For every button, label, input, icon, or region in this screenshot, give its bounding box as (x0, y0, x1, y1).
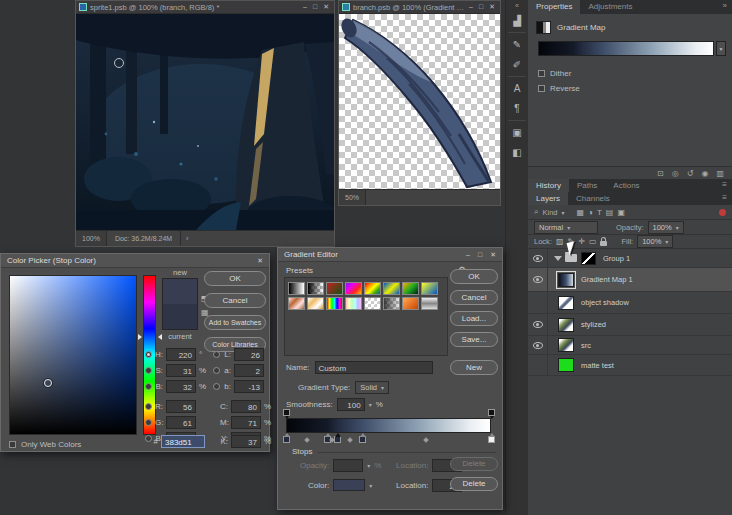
layer-row-src[interactable]: src (528, 336, 732, 355)
dither-checkbox[interactable] (538, 70, 545, 77)
sprite-titlebar[interactable]: sprite1.psb @ 100% (branch, RGB/8) * – □… (76, 1, 334, 14)
opacity-stops-track[interactable] (286, 409, 491, 418)
previous-state-icon[interactable]: ◎ (672, 169, 679, 178)
tab-layers[interactable]: Layers (528, 192, 568, 205)
lock-position-icon[interactable]: ✛ (578, 237, 585, 246)
lock-transparency-icon[interactable]: ▨ (556, 237, 564, 246)
gradient-preset[interactable] (421, 282, 438, 295)
h-radio[interactable] (145, 351, 152, 358)
tab-paths[interactable]: Paths (569, 179, 605, 192)
tab-adjustments[interactable]: Adjustments (580, 0, 640, 14)
zoom-level[interactable]: 50% (339, 190, 366, 205)
gradient-preset[interactable] (345, 297, 362, 310)
gradient-type-select[interactable]: Solid ▾ (355, 381, 389, 394)
g-radio[interactable] (145, 419, 152, 426)
layer-name[interactable]: Group 1 (603, 254, 630, 263)
minimize-icon[interactable]: – (466, 251, 470, 259)
visibility-icon[interactable]: ◉ (701, 169, 708, 178)
color-stop[interactable] (283, 436, 290, 443)
s-radio[interactable] (145, 367, 152, 374)
fill-select[interactable]: 100% ▾ (637, 235, 673, 248)
color-stop[interactable] (488, 436, 495, 443)
midpoint-diamond[interactable] (424, 437, 430, 443)
b-field[interactable]: 32 (166, 380, 196, 393)
layer-thumbnail[interactable] (558, 296, 574, 310)
gradient-preset[interactable] (402, 297, 419, 310)
delete-icon[interactable]: ▥ (716, 169, 724, 178)
color-stop[interactable] (359, 436, 366, 443)
gradient-preset[interactable] (326, 282, 343, 295)
close-icon[interactable]: ✕ (490, 251, 496, 259)
l-field[interactable]: 26 (234, 348, 264, 361)
opacity-stop[interactable] (488, 409, 495, 416)
opacity-stop[interactable] (283, 409, 290, 416)
color-picker-titlebar[interactable]: Color Picker (Stop Color) ✕ (1, 254, 269, 268)
ok-button[interactable]: OK (204, 271, 266, 286)
add-to-swatches-button[interactable]: Add to Swatches (204, 315, 266, 330)
gradient-preset[interactable] (383, 282, 400, 295)
ok-button[interactable]: OK (450, 269, 498, 284)
status-chevron-icon[interactable]: › (181, 235, 193, 242)
gradient-preview[interactable] (538, 41, 714, 56)
gradient-preset[interactable] (288, 297, 305, 310)
layer-name[interactable]: object shadow (581, 298, 629, 307)
panel-menu-icon[interactable]: ≡ (717, 179, 732, 192)
opacity-select[interactable]: 100% ▾ (648, 221, 684, 234)
group-filter-icon[interactable]: ▤ (606, 208, 614, 217)
new-button[interactable]: New (450, 360, 498, 375)
midpoint-diamond[interactable] (304, 437, 310, 443)
layer-mask-thumbnail[interactable] (581, 252, 596, 265)
color-field-cursor[interactable] (44, 379, 52, 387)
gradient-preset[interactable] (345, 282, 362, 295)
minimize-icon[interactable]: – (469, 3, 473, 11)
lab-b-field[interactable]: -13 (234, 380, 264, 393)
reverse-checkbox[interactable] (538, 85, 545, 92)
filter-kind-select[interactable]: Kind (542, 208, 557, 217)
tab-channels[interactable]: Channels (568, 192, 618, 205)
a-radio[interactable] (213, 367, 220, 374)
type-filter-icon[interactable]: T (597, 208, 602, 217)
filter-toggle[interactable] (719, 209, 726, 216)
gradient-editor-titlebar[interactable]: Gradient Editor – □ ✕ (278, 248, 502, 262)
adjustment-filter-icon[interactable]: ◑ (588, 208, 593, 217)
l-radio[interactable] (213, 351, 220, 358)
cancel-button[interactable]: Cancel (204, 293, 266, 308)
s-field[interactable]: 31 (166, 364, 196, 377)
sprite-canvas[interactable] (76, 14, 334, 230)
layer-thumbnail[interactable] (558, 318, 574, 332)
visibility-toggle[interactable] (528, 268, 548, 291)
m-field[interactable]: 71 (231, 416, 261, 429)
adjustment-thumbnail[interactable] (558, 273, 574, 287)
gradient-preset[interactable] (383, 297, 400, 310)
gradient-preset[interactable] (288, 282, 305, 295)
midpoint-diamond[interactable] (347, 437, 353, 443)
layer-row-object-shadow[interactable]: object shadow (528, 292, 732, 314)
stop-color-swatch[interactable] (333, 479, 365, 491)
k-field[interactable]: 37 (231, 435, 261, 448)
load-button[interactable]: Load... (450, 311, 498, 326)
maximize-icon[interactable]: □ (479, 3, 483, 11)
save-button[interactable]: Save... (450, 332, 498, 347)
minimize-icon[interactable]: – (303, 3, 307, 11)
maximize-icon[interactable]: □ (478, 251, 482, 259)
layer-name[interactable]: matte test (581, 361, 614, 370)
smart-object-filter-icon[interactable]: ▣ (617, 208, 625, 217)
maximize-icon[interactable]: □ (313, 3, 317, 11)
gradient-preset[interactable] (364, 297, 381, 310)
saturation-brightness-field[interactable] (9, 275, 137, 435)
adjustments-icon[interactable]: ◧ (509, 144, 526, 161)
gradient-preset[interactable] (402, 282, 419, 295)
layer-thumbnail[interactable] (558, 338, 574, 352)
hex-field[interactable]: 383d51 (161, 435, 205, 448)
pixel-filter-icon[interactable]: ▦ (577, 208, 585, 217)
chevron-down-icon[interactable] (554, 256, 562, 261)
visibility-toggle[interactable] (528, 355, 548, 375)
histogram-icon[interactable]: ▟ (509, 12, 526, 29)
layer-row-stylized[interactable]: stylized (528, 314, 732, 336)
visibility-toggle[interactable] (528, 249, 548, 267)
layer-row-group1[interactable]: Group 1 (528, 249, 732, 268)
brushes-icon[interactable]: ✐ (509, 56, 526, 73)
gradient-preset[interactable] (307, 282, 324, 295)
current-color-swatch[interactable] (163, 304, 197, 329)
collapse-panels-icon[interactable]: » (718, 0, 732, 14)
